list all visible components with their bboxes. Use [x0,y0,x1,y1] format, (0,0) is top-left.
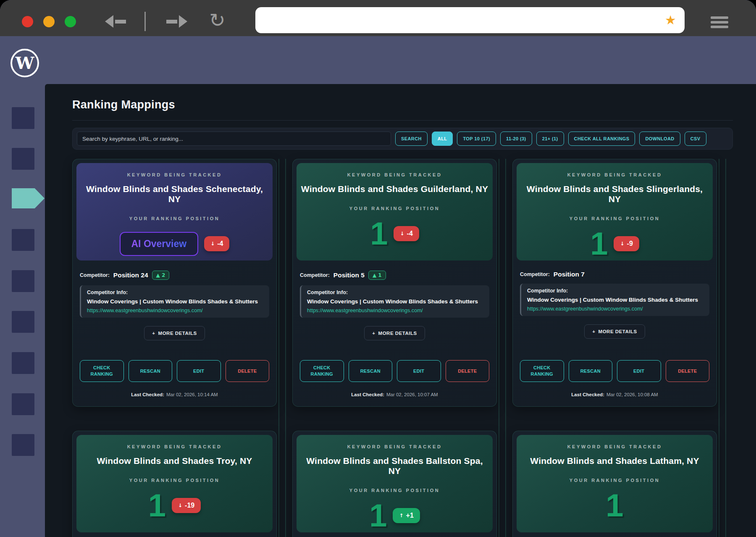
competitor-info-url[interactable]: https://www.eastgreenbushwindowcoverings… [527,306,704,312]
competitor-position: Position 7 [554,271,585,278]
change-badge: ↑+1 [393,508,420,523]
keyword-title: Window Blinds and Shades Guilderland, NY [300,184,489,194]
csv-button[interactable]: CSV [685,132,706,146]
keyword-title: Window Blinds and Shades Latham, NY [520,456,709,466]
competitor-info-box: Competitor Info: Window Coverings | Cust… [300,285,489,318]
search-button[interactable]: SEARCH [395,132,428,146]
card-body: Competitor: Position 7 Competitor Info: … [513,271,717,339]
sidebar-item[interactable] [12,229,34,251]
more-details-button[interactable]: +MORE DETAILS [364,326,425,340]
keyword-tracked-label: KEYWORD BEING TRACKED [517,444,713,449]
change-arrow-icon: ↓ [210,241,215,247]
rescan-button[interactable]: RESCAN [129,360,173,382]
sidebar-item[interactable] [12,352,34,374]
plus-icon: + [152,331,155,336]
change-value: -4 [217,240,223,247]
more-details-button[interactable]: +MORE DETAILS [584,324,645,339]
competitor-info-url[interactable]: https://www.eastgreenbushwindowcoverings… [307,308,483,313]
card-actions-row: CHECK RANKING RESCAN EDIT DELETE [300,360,489,382]
ranking-card: KEYWORD BEING TRACKED Window Blinds and … [72,159,277,407]
sidebar-item[interactable] [12,393,34,415]
last-checked: Last Checked:Mar 02, 2026, 10:07 AM [293,392,496,397]
column-divider [725,159,726,537]
keyword-tracked-label: KEYWORD BEING TRACKED [297,444,493,449]
keyword-title: Window Blinds and Shades Slingerlands, N… [520,184,709,204]
last-checked-value: Mar 02, 2026, 10:08 AM [606,392,658,397]
competitor-info-label: Competitor Info: [527,288,704,294]
ranking-card: KEYWORD BEING TRACKED Window Blinds and … [72,431,277,537]
rescan-button[interactable]: RESCAN [569,360,613,382]
more-details-label: MORE DETAILS [378,331,417,336]
change-value: -4 [407,230,413,237]
competitor-info-label: Competitor Info: [87,290,263,295]
competitor-label: Competitor: [300,272,330,278]
ranking-position-label: YOUR RANKING POSITION [76,216,273,221]
keyword-title: Window Blinds and Shades Troy, NY [80,456,269,466]
sidebar-item[interactable] [12,270,34,292]
competitor-label: Competitor: [80,272,110,278]
ranking-card: KEYWORD BEING TRACKED Window Blinds and … [292,159,497,407]
search-input[interactable] [77,132,391,146]
position-row: 1 ↓-4 [297,214,493,253]
card-header: KEYWORD BEING TRACKED Window Blinds and … [76,435,273,532]
cards-grid: KEYWORD BEING TRACKED Window Blinds and … [72,159,717,537]
sidebar-active-item-arrow[interactable] [12,188,45,208]
forward-icon[interactable] [165,15,187,28]
close-window-button[interactable] [22,16,33,27]
check-ranking-button[interactable]: CHECK RANKING [520,360,564,382]
change-badge: ↓-19 [172,498,201,513]
change-arrow-icon: ↓ [178,503,182,508]
sidebar-item[interactable] [12,311,34,333]
change-value: -9 [627,240,633,247]
filter-21plus-button[interactable]: 21+ (1) [536,132,564,146]
check-ranking-button[interactable]: CHECK RANKING [80,360,124,382]
menu-icon[interactable] [711,16,728,28]
sidebar-item[interactable] [12,148,34,170]
keyword-title: Window Blinds and Shades Ballston Spa, N… [300,456,489,476]
refresh-icon[interactable]: ↻ [209,9,226,31]
address-input[interactable] [264,11,650,30]
browser-window: ↻ ★ W Ranking Mappings SEARCH ALL TOP 10… [0,0,756,537]
filter-11-20-button[interactable]: 11-20 (3) [500,132,532,146]
last-checked-label: Last Checked: [351,392,384,397]
back-icon[interactable] [105,15,128,28]
competitor-row: Competitor: Position 5 ▲ 1 [300,271,496,280]
download-button[interactable]: DOWNLOAD [639,132,680,146]
competitor-info-url[interactable]: https://www.eastgreenbushwindowcoverings… [87,308,263,313]
address-bar[interactable]: ★ [255,7,685,33]
ranking-position-label: YOUR RANKING POSITION [517,216,713,221]
check-all-rankings-button[interactable]: CHECK ALL RANKINGS [568,132,635,146]
toolbar: SEARCH ALL TOP 10 (17) 11-20 (3) 21+ (1)… [72,128,733,150]
wordpress-logo-icon: W [10,49,39,77]
filter-top10-button[interactable]: TOP 10 (17) [457,132,496,146]
maximize-window-button[interactable] [65,16,76,27]
card-actions-row: CHECK RANKING RESCAN EDIT DELETE [520,360,709,382]
position-row: 1 [517,486,713,525]
rescan-button[interactable]: RESCAN [349,360,393,382]
card-header: KEYWORD BEING TRACKED Window Blinds and … [297,163,493,261]
column-divider [719,159,719,537]
bookmark-star-icon[interactable]: ★ [665,13,676,27]
card-body: Competitor: Position 24 ▲ 2 Competitor I… [73,271,276,340]
competitor-change-badge: ▲ 2 [152,271,170,280]
edit-button[interactable]: EDIT [617,360,661,382]
edit-button[interactable]: EDIT [397,360,441,382]
filter-all-button[interactable]: ALL [432,132,453,146]
page-title: Ranking Mappings [72,98,175,111]
change-value: -19 [185,502,194,509]
sidebar-item[interactable] [12,107,34,129]
more-details-button[interactable]: +MORE DETAILS [144,326,205,340]
delete-button[interactable]: DELETE [666,360,710,382]
ranking-position-label: YOUR RANKING POSITION [297,206,493,211]
competitor-position: Position 24 [113,271,148,279]
delete-button[interactable]: DELETE [226,360,270,382]
check-ranking-button[interactable]: CHECK RANKING [300,360,344,382]
position-number: 1 [370,216,388,252]
ranking-card: KEYWORD BEING TRACKED Window Blinds and … [292,431,497,537]
edit-button[interactable]: EDIT [177,360,221,382]
delete-button[interactable]: DELETE [446,360,490,382]
sidebar-item[interactable] [12,434,34,456]
competitor-row: Competitor: Position 7 [520,271,717,278]
ranking-position-label: YOUR RANKING POSITION [297,488,493,493]
minimize-window-button[interactable] [43,16,55,27]
